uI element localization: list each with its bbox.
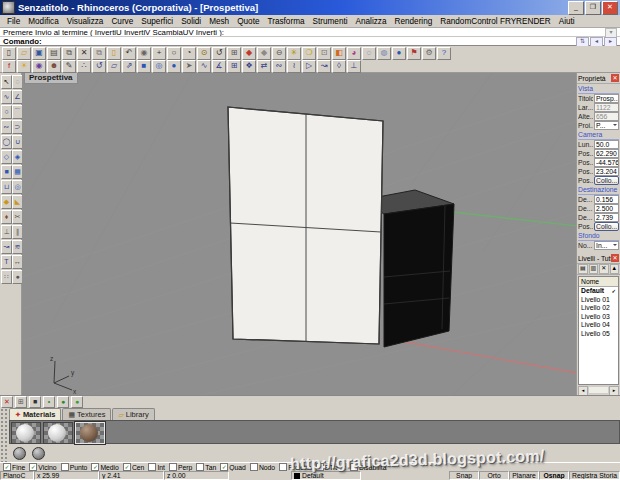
menu-item[interactable]: Visualizza [63,17,108,26]
green-sphere-icon[interactable]: ● [57,396,69,408]
ghosted-view-icon[interactable]: ◍ [377,47,391,60]
rotate-icon[interactable]: ↺ [92,60,106,73]
osnap-checkbox[interactable] [123,463,131,471]
zoom-icon[interactable]: ○ [167,47,181,60]
scroll-track[interactable] [588,386,609,394]
solid-box-icon[interactable]: ■ [137,60,151,73]
swatch-icon[interactable]: ■ [29,396,41,408]
mirror-icon[interactable]: ⇄ [257,60,271,73]
aperture-icon[interactable]: ◉ [32,60,46,73]
surface-icon[interactable]: ◇ [1,150,12,164]
osnap-checkbox[interactable] [220,463,228,471]
osnap-checkbox[interactable] [29,463,37,471]
panel-grip[interactable] [0,408,9,463]
osnap-checkbox[interactable] [250,463,258,471]
osnap-item[interactable]: Tan [196,463,216,471]
text-icon[interactable]: T [1,255,12,269]
osnap-item[interactable]: STrack [316,463,346,471]
flag-icon[interactable]: ⚑ [407,47,421,60]
pan-icon[interactable]: + [152,47,166,60]
help-icon[interactable]: ? [437,47,451,60]
wireframe-view-icon[interactable]: ◌ [362,47,376,60]
taper-icon[interactable]: ▷ [302,60,316,73]
layers-horizontal-scrollbar[interactable]: ◂ ▸ [578,386,619,394]
bend-icon[interactable]: ≀ [287,60,301,73]
menu-item[interactable]: Modifica [24,17,63,26]
dot-icon[interactable]: • [43,396,55,408]
close-button[interactable]: ✕ [602,1,618,15]
rotate-view-icon[interactable]: ◉ [137,47,151,60]
delete-icon[interactable]: ✕ [77,47,91,60]
menu-item[interactable]: Strumenti [309,17,352,26]
osnap-checkbox[interactable] [196,463,204,471]
menu-item[interactable]: File [3,17,24,26]
osnap-checkbox[interactable] [148,463,156,471]
select-arrow-icon[interactable]: ↖ [1,75,12,89]
osnap-item[interactable]: Fine [3,463,25,471]
material-brown[interactable] [75,422,105,444]
property-value[interactable]: 0.156 [594,195,619,204]
property-value[interactable]: Prosp... [594,94,619,103]
osnap-item[interactable]: Nodo [250,463,275,471]
osnap-checkbox[interactable] [61,463,69,471]
osnap-item[interactable]: Punto [61,463,88,471]
material-white-2[interactable] [43,422,73,444]
sort-layers-icon[interactable]: ▲ [610,264,620,274]
rendered-view-icon[interactable]: ● [392,47,406,60]
viewport-title-tab[interactable]: Prospettiva [24,73,78,84]
fryrender-icon[interactable]: f [2,60,16,73]
status-pane[interactable]: Registra Storia [569,471,620,480]
save-icon[interactable]: ▣ [32,47,46,60]
material-editor-icon[interactable]: ☻ [47,60,61,73]
property-value[interactable]: P... [594,121,619,130]
property-value[interactable]: 1122 [594,103,619,112]
delete-layer-icon[interactable]: ✕ [599,264,609,274]
property-value[interactable]: 2.739 [594,213,619,222]
layer-row[interactable]: Livello 03 [579,313,618,322]
restore-button[interactable]: ❐ [585,1,601,15]
osnap-item[interactable]: Vicino [29,463,56,471]
drill-icon[interactable]: ⊥ [1,225,12,239]
array-polar-icon[interactable]: ∷ [1,270,12,284]
boolean-difference-icon[interactable]: ♦ [1,210,12,224]
osnap-item[interactable]: Proietta [279,463,311,471]
twist-icon[interactable]: ∾ [272,60,286,73]
material-white-1[interactable] [11,422,41,444]
property-value[interactable]: 656 [594,112,619,121]
minimize-button[interactable]: _ [568,1,584,15]
osnap-checkbox[interactable] [316,463,324,471]
property-value[interactable]: Collo... [594,222,619,231]
property-value[interactable]: -44.576 [594,158,619,167]
layer-row[interactable]: Livello 05 [579,330,618,339]
array-icon[interactable]: ⊞ [227,60,241,73]
osnap-item[interactable]: Quad [220,463,246,471]
smash-icon[interactable]: ◊ [332,60,346,73]
property-value[interactable]: 2.500 [594,204,619,213]
property-value[interactable]: Collo... [594,176,619,185]
command-prompt[interactable]: Comando: [3,37,575,45]
layer-row[interactable]: Livello 02 [579,304,618,313]
cylinder-icon[interactable]: ⊔ [1,180,12,194]
open-file-icon[interactable]: ▱ [17,47,31,60]
menu-item[interactable]: Mesh [205,17,233,26]
zoom-selected-icon[interactable]: ⊙ [197,47,211,60]
tab-library[interactable]: ▱ Library [112,408,154,420]
menu-item[interactable]: RandomControl FRYRENDER [436,17,554,26]
menu-item[interactable]: Analizza [352,17,391,26]
menu-item[interactable]: Aiuti [555,17,579,26]
property-value[interactable]: 23.204 [594,167,619,176]
property-value[interactable]: 62.290 [594,149,619,158]
analyze-icon[interactable]: ∡ [212,60,226,73]
close-icon[interactable]: ✕ [611,74,619,82]
layer-row[interactable]: Default ✓ [579,287,618,296]
drag-icon[interactable]: ➤ [182,60,196,73]
paste-icon[interactable]: ▯ [107,47,121,60]
copy-page-icon[interactable]: ⧉ [62,47,76,60]
point-edit-icon[interactable]: ∴ [77,60,91,73]
property-value[interactable]: 50.0 [594,140,619,149]
flow-icon[interactable]: ↝ [317,60,331,73]
menu-item[interactable]: Trasforma [264,17,309,26]
tab-textures[interactable]: ▦ Textures [62,408,111,420]
status-pane[interactable]: Planare [509,471,539,480]
lamp-icon[interactable]: ❍ [302,47,316,60]
